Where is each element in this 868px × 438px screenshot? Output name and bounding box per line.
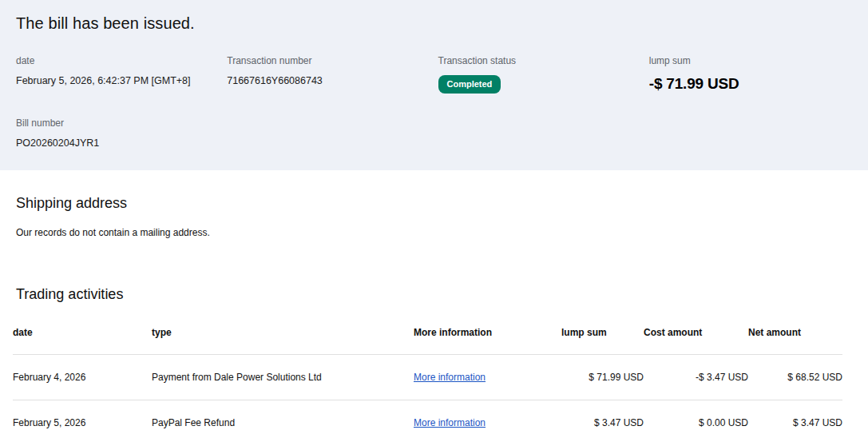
field-transaction-status: Transaction status Completed <box>438 55 641 94</box>
field-value: 71667616Y66086743 <box>227 75 430 86</box>
cell-cost-amount: -$ 3.47 USD <box>644 355 748 400</box>
field-label: date <box>16 55 219 66</box>
cell-type: Payment from Dale Power Solutions Ltd <box>152 355 414 400</box>
column-header-cost-amount: Cost amount <box>644 322 748 355</box>
more-information-link[interactable]: More information <box>414 417 486 428</box>
column-header-more-information: More information <box>414 322 561 355</box>
field-value: February 5, 2026, 6:42:37 PM [GMT+8] <box>16 75 219 86</box>
column-header-lump-sum: lump sum <box>561 322 644 355</box>
cell-type: PayPal Fee Refund <box>152 400 414 438</box>
table-header-row: date type More information lump sum Cost… <box>13 322 842 355</box>
trading-activities-title: Trading activities <box>16 286 852 303</box>
column-header-date: date <box>13 322 152 355</box>
trading-activities-table: date type More information lump sum Cost… <box>13 322 842 438</box>
field-bill-number: Bill number PO20260204JYR1 <box>16 117 852 149</box>
table-row: February 5, 2026 PayPal Fee Refund More … <box>13 400 842 438</box>
field-label: Transaction status <box>438 55 641 66</box>
field-transaction-number: Transaction number 71667616Y66086743 <box>227 55 430 94</box>
shipping-address-title: Shipping address <box>16 195 852 212</box>
cell-net-amount: $ 3.47 USD <box>748 400 842 438</box>
cell-lump-sum: $ 3.47 USD <box>561 400 644 438</box>
cell-lump-sum: $ 71.99 USD <box>561 355 644 400</box>
cell-date: February 4, 2026 <box>13 355 152 400</box>
more-information-link[interactable]: More information <box>414 372 486 383</box>
field-value: PO20260204JYR1 <box>16 137 852 149</box>
column-header-type: type <box>152 322 414 355</box>
field-label: lump sum <box>649 55 852 66</box>
column-header-net-amount: Net amount <box>748 322 842 355</box>
cell-net-amount: $ 68.52 USD <box>748 355 842 400</box>
status-banner: The bill has been issued. date February … <box>0 0 868 170</box>
status-badge: Completed <box>438 75 501 94</box>
table-row: February 4, 2026 Payment from Dale Power… <box>13 355 842 400</box>
shipping-address-section: Shipping address Our records do not cont… <box>0 195 868 238</box>
page-title: The bill has been issued. <box>16 14 852 33</box>
cell-cost-amount: $ 0.00 USD <box>644 400 748 438</box>
lump-sum-amount: -$ 71.99 USD <box>649 75 852 93</box>
cell-date: February 5, 2026 <box>13 400 152 438</box>
transaction-summary-fields: date February 5, 2026, 6:42:37 PM [GMT+8… <box>16 55 852 94</box>
field-lump-sum: lump sum -$ 71.99 USD <box>649 55 852 94</box>
shipping-address-message: Our records do not contain a mailing add… <box>16 227 852 238</box>
field-label: Bill number <box>16 117 852 129</box>
field-label: Transaction number <box>227 55 430 66</box>
field-date: date February 5, 2026, 6:42:37 PM [GMT+8… <box>16 55 219 94</box>
trading-activities-section: Trading activities date type More inform… <box>0 286 868 438</box>
